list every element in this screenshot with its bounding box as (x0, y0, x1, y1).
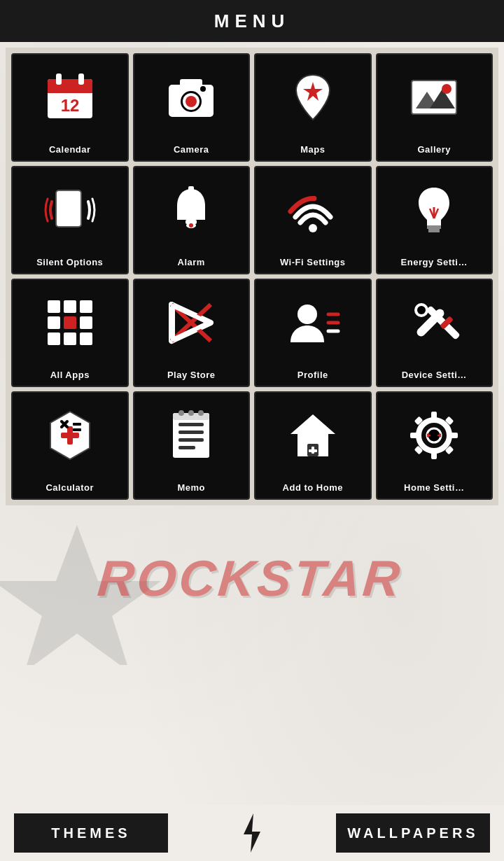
themes-button[interactable]: THEMES (14, 813, 168, 853)
wifi-icon (255, 167, 370, 253)
camera-label: Camera (171, 140, 212, 160)
energy-icon (377, 167, 492, 253)
svg-rect-59 (178, 430, 204, 434)
svg-rect-31 (48, 316, 60, 329)
rockstar-watermark: ROCKSTAR (95, 550, 405, 607)
maps-icon (255, 55, 370, 140)
grid-item-memo[interactable]: Memo (133, 391, 251, 500)
svg-rect-52 (67, 426, 73, 444)
gallery-label: Gallery (414, 140, 454, 160)
memo-icon (134, 393, 249, 478)
grid-item-home-settings[interactable]: Home Setti… (376, 391, 493, 500)
svg-rect-2 (48, 86, 92, 93)
svg-rect-36 (80, 332, 92, 345)
svg-point-63 (178, 410, 184, 416)
grid-item-maps[interactable]: Maps (254, 53, 372, 162)
grid-item-gallery[interactable]: Gallery (376, 53, 493, 162)
calculator-label: Calculator (43, 478, 97, 498)
svg-point-11 (200, 86, 206, 92)
svg-rect-72 (431, 412, 437, 419)
svg-rect-60 (178, 438, 204, 442)
grid-item-profile[interactable]: Profile (254, 279, 372, 387)
calculator-icon (13, 393, 127, 478)
svg-point-47 (417, 306, 426, 314)
svg-rect-17 (56, 190, 81, 227)
add-home-icon (255, 393, 370, 478)
gallery-icon (377, 55, 492, 140)
all-apps-icon (13, 280, 127, 365)
all-apps-label: All Apps (48, 365, 92, 386)
svg-rect-75 (451, 433, 458, 438)
alarm-icon (134, 167, 249, 253)
grid-item-calculator[interactable]: Calculator (11, 391, 129, 500)
play-store-label: Play Store (164, 365, 218, 386)
svg-rect-33 (80, 316, 92, 329)
wifi-label: Wi-Fi Settings (277, 253, 349, 273)
alarm-label: Alarm (175, 253, 208, 273)
svg-rect-32 (64, 316, 76, 329)
header: MENU (0, 0, 504, 42)
add-home-label: Add to Home (280, 478, 346, 498)
svg-rect-35 (64, 332, 76, 345)
footer: THEMES WALLPAPERS (0, 805, 504, 861)
home-settings-label: Home Setti… (401, 478, 467, 498)
svg-marker-81 (244, 813, 260, 853)
svg-rect-4 (78, 74, 84, 85)
profile-icon (255, 280, 370, 365)
svg-rect-3 (56, 74, 62, 85)
energy-label: Energy Setti… (398, 253, 470, 273)
svg-rect-56 (73, 428, 81, 431)
wallpapers-button[interactable]: WALLPAPERS (336, 813, 490, 853)
profile-label: Profile (295, 365, 331, 386)
svg-point-10 (186, 96, 197, 107)
svg-rect-74 (410, 433, 417, 438)
svg-rect-34 (48, 332, 60, 345)
svg-rect-73 (431, 452, 437, 459)
grid-item-alarm[interactable]: Alarm (133, 166, 251, 274)
svg-point-65 (198, 410, 204, 416)
grid-item-energy[interactable]: Energy Setti… (376, 166, 493, 274)
silent-icon (13, 167, 127, 253)
svg-rect-7 (180, 79, 202, 89)
home-settings-icon (377, 393, 492, 478)
grid-item-play-store[interactable]: Play Store (133, 279, 251, 387)
device-settings-label: Device Setti… (399, 365, 470, 386)
lightning-icon (231, 812, 273, 854)
svg-rect-55 (73, 423, 81, 426)
svg-rect-61 (178, 446, 195, 449)
svg-point-41 (298, 304, 317, 324)
svg-rect-28 (48, 300, 60, 313)
svg-rect-23 (427, 225, 441, 229)
camera-icon (134, 55, 249, 140)
device-settings-icon (377, 280, 492, 365)
svg-point-22 (309, 224, 317, 232)
grid-item-silent[interactable]: Silent Options (11, 166, 129, 274)
svg-rect-30 (80, 300, 92, 313)
grid-item-all-apps[interactable]: All Apps (11, 279, 129, 387)
svg-rect-24 (428, 229, 440, 232)
grid-item-wifi[interactable]: Wi-Fi Settings (254, 166, 372, 274)
svg-text:12: 12 (60, 96, 79, 115)
memo-label: Memo (174, 478, 208, 498)
svg-point-16 (442, 84, 451, 94)
header-title: MENU (214, 10, 290, 32)
watermark-area: ROCKSTAR (0, 511, 504, 665)
grid-item-add-home[interactable]: Add to Home (254, 391, 372, 500)
silent-label: Silent Options (34, 253, 106, 273)
grid-item-calendar[interactable]: 12 Calendar (11, 53, 129, 162)
svg-point-64 (188, 410, 194, 416)
maps-label: Maps (298, 140, 328, 160)
grid-item-device-settings[interactable]: Device Setti… (376, 279, 493, 387)
svg-rect-58 (178, 423, 204, 426)
play-store-icon (134, 280, 249, 365)
svg-rect-69 (309, 449, 317, 452)
calendar-icon: 12 (13, 55, 127, 140)
app-grid: 12 Calendar Camera (6, 48, 498, 505)
calendar-label: Calendar (46, 140, 94, 160)
grid-item-camera[interactable]: Camera (133, 53, 251, 162)
svg-rect-21 (188, 186, 194, 192)
svg-rect-29 (64, 300, 76, 313)
svg-point-20 (189, 223, 193, 227)
